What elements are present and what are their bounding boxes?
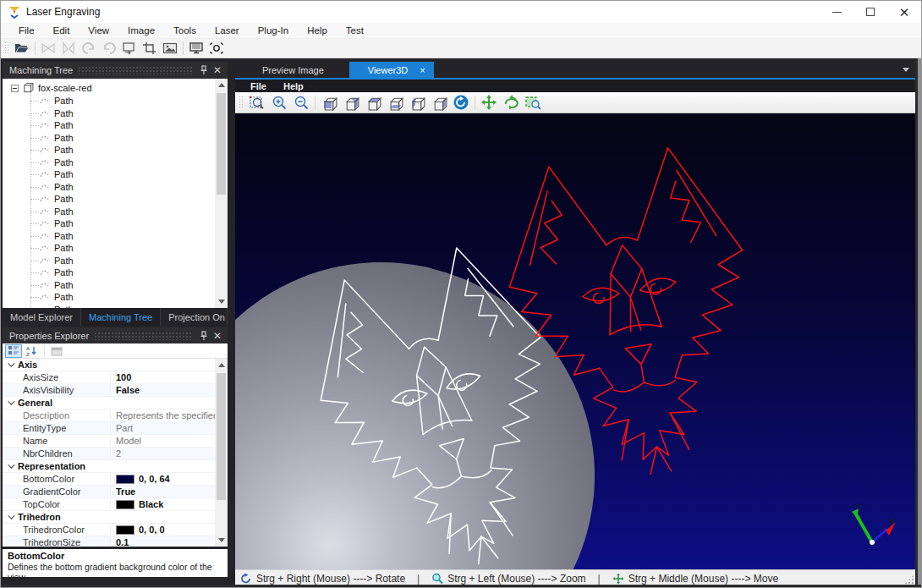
- category-representation[interactable]: Representation: [3, 460, 215, 473]
- flip-vertical-button[interactable]: [38, 40, 58, 58]
- property-value[interactable]: 0, 0, 64: [111, 474, 215, 484]
- close-panel-button[interactable]: ✕: [211, 63, 224, 77]
- property-row[interactable]: TrihedronSize0.1: [3, 536, 215, 547]
- tree-path-item[interactable]: Path: [3, 230, 215, 243]
- image-button[interactable]: [160, 40, 180, 58]
- property-value[interactable]: True: [111, 486, 215, 497]
- tab-projection-on-surface[interactable]: Projection On Surface [F...: [161, 308, 228, 326]
- scroll-up-button[interactable]: [215, 79, 228, 91]
- menu-image[interactable]: Image: [118, 24, 164, 37]
- rotate-ccw-button[interactable]: [99, 40, 119, 58]
- scrollbar-thumb[interactable]: [217, 373, 226, 500]
- pin-panel-button[interactable]: [197, 63, 211, 77]
- tree-path-item[interactable]: Path: [3, 255, 215, 267]
- menu-help[interactable]: Help: [298, 24, 337, 37]
- tree-path-item[interactable]: Path: [3, 242, 215, 255]
- property-row[interactable]: DescriptionRepresents the specified mo: [3, 409, 215, 422]
- open-file-button[interactable]: [12, 40, 32, 58]
- tree-path-item[interactable]: Path: [3, 107, 215, 120]
- close-panel-button[interactable]: ✕: [211, 329, 224, 343]
- collapse-expander-icon[interactable]: [11, 85, 19, 92]
- property-value[interactable]: False: [111, 385, 215, 395]
- viewer3d-canvas[interactable]: Y X: [235, 113, 916, 569]
- machining-tree[interactable]: fox-scale-red Path Path Path Path Path P…: [3, 79, 215, 308]
- resize-grip[interactable]: [904, 574, 914, 585]
- tab-preview-image[interactable]: Preview Image: [250, 62, 336, 78]
- scroll-down-button[interactable]: [215, 534, 228, 547]
- properties-scrollbar[interactable]: [215, 359, 228, 547]
- toolbar-grip[interactable]: [239, 96, 244, 109]
- scroll-down-button[interactable]: [215, 295, 228, 308]
- view-right-button[interactable]: [428, 93, 450, 113]
- property-row[interactable]: NbrChildren2: [3, 448, 215, 460]
- view-top-button[interactable]: [362, 93, 384, 113]
- tree-path-item[interactable]: Path: [3, 132, 215, 145]
- menu-test[interactable]: Test: [337, 24, 373, 37]
- tree-root-node[interactable]: fox-scale-red: [3, 81, 215, 95]
- property-pages-button[interactable]: [48, 344, 65, 358]
- close-button[interactable]: ✕: [887, 1, 921, 23]
- orbit-button[interactable]: [500, 93, 522, 113]
- pin-panel-button[interactable]: [197, 329, 211, 343]
- tab-list-dropdown-icon[interactable]: [903, 68, 909, 72]
- category-axis[interactable]: Axis: [3, 359, 215, 371]
- property-row[interactable]: GradientColorTrue: [3, 486, 215, 498]
- category-general[interactable]: General: [3, 397, 215, 409]
- menu-file[interactable]: File: [9, 24, 44, 37]
- property-value[interactable]: Part: [111, 423, 215, 433]
- tree-scrollbar[interactable]: [215, 79, 228, 308]
- tree-path-item[interactable]: Path: [3, 95, 215, 107]
- property-row[interactable]: NameModel: [3, 435, 215, 448]
- property-value[interactable]: Model: [111, 436, 215, 446]
- tree-path-item[interactable]: Path: [3, 217, 215, 230]
- tree-path-item[interactable]: Path: [3, 144, 215, 157]
- viewer-menu-file[interactable]: File: [242, 81, 275, 91]
- property-row[interactable]: AxisSize100: [3, 371, 215, 384]
- menu-tools[interactable]: Tools: [164, 24, 206, 37]
- view-front-button[interactable]: [318, 93, 340, 113]
- scroll-up-button[interactable]: [215, 359, 228, 371]
- reset-rotation-button[interactable]: [450, 93, 472, 113]
- view-back-button[interactable]: [340, 93, 362, 113]
- tab-model-explorer[interactable]: Model Explorer: [3, 308, 81, 326]
- tab-machining-tree[interactable]: Machining Tree: [81, 308, 161, 326]
- tree-path-item[interactable]: Path: [3, 267, 215, 279]
- property-row[interactable]: BottomColor0, 0, 64: [3, 473, 215, 486]
- crop-button[interactable]: [140, 40, 160, 58]
- display-button[interactable]: [186, 40, 206, 58]
- property-value[interactable]: Black: [111, 499, 215, 509]
- zoom-in-button[interactable]: [268, 93, 290, 113]
- viewer-menu-help[interactable]: Help: [275, 81, 312, 91]
- minimize-button[interactable]: [820, 1, 853, 23]
- flip-horizontal-button[interactable]: [58, 40, 79, 58]
- tab-viewer3d[interactable]: Viewer3D ×: [349, 62, 434, 78]
- tab-close-icon[interactable]: ×: [420, 65, 425, 75]
- toolbar-grip[interactable]: [4, 41, 9, 55]
- pan-button[interactable]: [478, 93, 500, 113]
- property-value[interactable]: 0, 0, 0: [111, 525, 215, 535]
- menu-view[interactable]: View: [79, 24, 118, 37]
- property-row[interactable]: EntityTypePart: [3, 422, 215, 435]
- maximize-button[interactable]: [853, 1, 887, 23]
- tree-path-item[interactable]: Path: [3, 193, 215, 206]
- property-value[interactable]: Represents the specified mo: [111, 410, 215, 420]
- menu-laser[interactable]: Laser: [206, 24, 249, 37]
- tree-path-item[interactable]: Path: [3, 157, 215, 169]
- tree-path-item[interactable]: Path: [3, 291, 215, 304]
- property-value[interactable]: 2: [111, 448, 215, 459]
- image-rotate-button[interactable]: [119, 40, 140, 58]
- view-left-button[interactable]: [406, 93, 428, 113]
- rotate-cw-button[interactable]: [79, 40, 99, 58]
- property-row[interactable]: AxisVisibilityFalse: [3, 384, 215, 397]
- property-row[interactable]: TrihedronColor0, 0, 0: [3, 524, 215, 536]
- category-trihedron[interactable]: Trihedron: [3, 511, 215, 524]
- zoom-region-button[interactable]: [522, 93, 544, 113]
- fit-window-button[interactable]: [246, 93, 268, 113]
- tree-path-item[interactable]: Path: [3, 206, 215, 218]
- tree-path-item[interactable]: Path: [3, 279, 215, 292]
- categorized-button[interactable]: [5, 344, 22, 358]
- zoom-out-button[interactable]: [290, 93, 312, 113]
- alphabetical-sort-button[interactable]: AZ: [23, 344, 40, 358]
- tree-path-item[interactable]: Path: [3, 181, 215, 194]
- menu-plugin[interactable]: Plug-In: [249, 24, 298, 37]
